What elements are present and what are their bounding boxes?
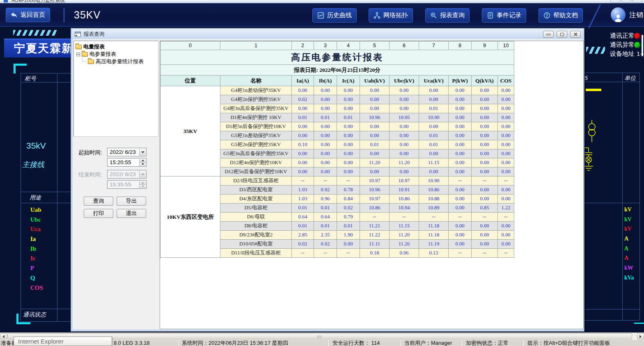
value-cell: 0.00 [449,140,472,149]
value-cell: 0.00 [314,149,337,158]
page-title: 35KV [74,9,101,21]
value-cell: 11.21 [360,222,390,231]
start-time-spinner[interactable]: 15:20:55 [107,158,147,167]
value-cell: 0.00 [449,95,472,104]
start-time-label: 起始时间: [78,149,102,156]
tree-collapse-icon[interactable] [76,53,80,56]
os-maximize-button[interactable] [621,0,631,2]
column-number-2[interactable]: 2 [292,41,314,50]
column-number-4[interactable]: 4 [337,41,360,50]
value-cell: 0.00 [419,95,449,104]
report-row: 35KVG4柜1n差动保护35KV0.000.000.000.000.000.0… [160,86,514,95]
value-cell: -- [449,213,472,222]
dialog-titlebar[interactable]: 报表查询 [72,29,583,39]
dropdown-button[interactable] [139,149,146,156]
exit-button[interactable]: 退出 [117,209,146,218]
tree-item-parameter-reports[interactable]: 电参量报表 [76,50,116,58]
nav-event-record-button[interactable]: 事件记录 [482,8,526,23]
value-cell: 0.10 [292,140,314,149]
start-date-value: 2022/ 6/23 [110,149,136,155]
tooltip: Internet Explorer [14,337,112,346]
spin-down-button [139,184,146,188]
back-home-button[interactable]: 返回首页 [6,8,50,22]
user-avatar[interactable] [611,7,626,22]
busbar-symbol [586,89,601,91]
logout-button[interactable]: 注销 [629,10,643,20]
folder-icon [82,52,88,57]
column-header-cabinet: 柜号 [25,75,36,82]
report-header-cell: Ib(A) [314,76,337,86]
nav-network-topology-button[interactable]: 网络拓扑 [369,8,413,23]
value-cell: 0.00 [314,122,337,131]
usage-label-uab: Uab [30,206,43,216]
value-cell: 0.00 [292,158,314,167]
tree-item-label: 电量报表 [83,43,105,50]
os-close-button[interactable] [633,0,642,2]
column-number-8[interactable]: 8 [449,41,472,50]
print-button[interactable]: 打印 [84,209,113,218]
usage-label-p: P [30,265,43,275]
value-cell: 0.01 [292,113,314,122]
divider [523,340,524,346]
query-button[interactable]: 查询 [84,197,113,206]
value-cell: 0.00 [472,95,498,104]
status-ready: 准备好 [1,340,14,346]
value-cell: -- [498,213,514,222]
column-number-7[interactable]: 7 [419,41,449,50]
usage-label-cos: COS [30,284,43,294]
value-cell: 0.00 [390,104,419,113]
chevron-down-icon [141,174,144,175]
column-number-10[interactable]: 10 [498,41,514,50]
value-cell: 0.00 [360,167,390,176]
tree-item-hv-statistics-report[interactable]: 高压电参量统计报表 [82,58,144,65]
column-number-1[interactable]: 1 [220,41,292,50]
column-number-0[interactable]: 0 [160,41,220,50]
frame-line [21,321,71,322]
export-button[interactable]: 导出 [117,197,146,206]
arrow-down-icon [142,186,144,187]
divider [400,340,401,346]
status-system-time: 系统时间：2022年06月23日 15:36:17 星期四 [182,340,288,346]
dialog-maximize-button[interactable] [557,31,567,38]
value-cell: 0.00 [449,167,472,176]
value-cell: 10.97 [390,176,419,186]
spin-up-button [139,181,146,184]
value-cell: -- [498,176,514,186]
value-cell: 10.96 [360,113,390,122]
os-minimize-button[interactable] [610,0,620,2]
report-header-cell: Ubc(kV) [390,76,419,86]
usage-label-uca: Uca [30,226,43,236]
scroll-left-button[interactable] [0,333,7,339]
frame-line [584,73,639,73]
nav-history-curve-button[interactable]: 历史曲线 [312,8,357,23]
column-number-5[interactable]: 5 [360,41,390,50]
minimize-icon [546,34,550,35]
value-cell: 0.01 [419,131,449,140]
divider [64,8,64,22]
scroll-right-button[interactable] [637,333,644,339]
dialog-close-button[interactable] [570,31,581,38]
tree-item-energy-reports[interactable]: 电量报表 [76,43,105,50]
value-cell: 0.00 [449,231,472,240]
value-cell: 0.00 [337,167,360,176]
dialog-minimize-button[interactable] [543,31,554,38]
value-cell: 0.00 [449,186,472,195]
column-number-9[interactable]: 9 [472,41,498,50]
close-icon [574,32,578,36]
start-date-combo[interactable]: 2022/ 6/23 [107,148,147,156]
nav-help-doc-button[interactable]: 帮助文档 [539,8,583,23]
tree-connector [82,58,86,62]
device-name-cell: D5/电容柜 [220,204,292,213]
column-number-3[interactable]: 3 [314,41,337,50]
nav-report-query-button[interactable]: 报表查询 [425,8,470,23]
spin-down-button[interactable] [139,162,146,166]
value-cell: 0.01 [292,204,314,213]
value-cell: 0.00 [337,86,360,95]
value-cell: 0.00 [337,158,360,167]
report-header-cell: 位置 [160,76,220,86]
device-name-cell: D1柜4n保护测控 10KV [220,113,292,122]
device-name-cell: G4柜2n保护测控35KV [220,95,292,104]
spin-up-button[interactable] [139,159,146,162]
column-number-6[interactable]: 6 [390,41,419,50]
value-cell: 0.00 [314,140,337,149]
